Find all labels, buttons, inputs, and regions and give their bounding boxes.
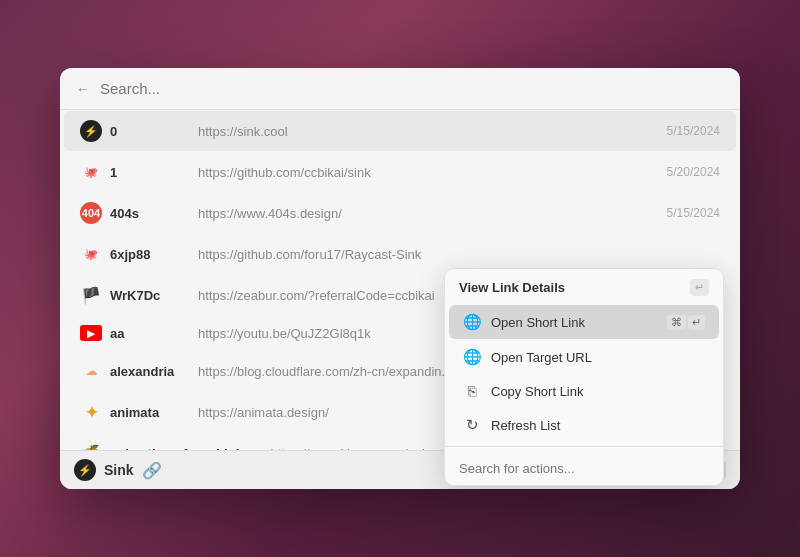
item-name: aa [110,326,190,341]
context-menu-item-refresh[interactable]: ↻ Refresh List [449,408,719,442]
open-target-label: Open Target URL [491,350,705,365]
copy-icon: ⎘ [463,383,481,399]
item-url: https://github.com/foru17/Raycast-Sink [198,247,712,262]
context-search [445,451,723,485]
item-name: animations-from-biology [110,446,262,451]
cmd-key: ⌘ [667,315,686,330]
item-name: 0 [110,124,190,139]
context-menu-item-open-target[interactable]: 🌐 Open Target URL [449,340,719,374]
list-item[interactable]: 404 404s https://www.404s.design/ 5/15/2… [64,193,736,233]
item-date: 5/15/2024 [667,124,720,138]
item-name: 404s [110,206,190,221]
enter-key: ↵ [688,315,705,330]
item-icon: 🍊 [80,442,102,450]
item-name: alexandria [110,364,190,379]
search-input[interactable] [100,80,724,97]
item-icon: ▶ [80,325,102,341]
open-target-icon: 🌐 [463,348,481,366]
link-icon: 🔗 [142,461,162,480]
refresh-icon: ↻ [463,416,481,434]
list-item[interactable]: ⚡ 0 https://sink.cool 5/15/2024 [64,111,736,151]
item-icon: 🏴 [80,284,102,306]
context-menu: View Link Details ↵ 🌐 Open Short Link ⌘ … [444,268,724,486]
open-short-icon: 🌐 [463,313,481,331]
item-name: 6xjp88 [110,247,190,262]
context-enter-kbd: ↵ [690,279,709,296]
item-url: https://www.404s.design/ [198,206,659,221]
list-item[interactable]: 🐙 1 https://github.com/ccbikai/sink 5/20… [64,152,736,192]
item-name: 1 [110,165,190,180]
app-name: Sink [104,462,134,478]
item-name: WrK7Dc [110,288,190,303]
item-icon: 🐙 [80,243,102,265]
item-icon: 🐙 [80,161,102,183]
item-icon: ✦ [80,401,102,423]
item-url: https://sink.cool [198,124,659,139]
context-menu-item-copy-short[interactable]: ⎘ Copy Short Link [449,375,719,407]
app-icon: ⚡ [74,459,96,481]
item-date: 5/20/2024 [667,165,720,179]
back-icon[interactable]: ← [76,81,90,97]
item-icon: 404 [80,202,102,224]
context-menu-item-open-short[interactable]: 🌐 Open Short Link ⌘ ↵ [449,305,719,339]
actions-search-input[interactable] [459,461,709,476]
open-short-label: Open Short Link [491,315,657,330]
item-name: animata [110,405,190,420]
item-icon: ⚡ [80,120,102,142]
copy-short-label: Copy Short Link [491,384,705,399]
main-window: ← ⚡ 0 https://sink.cool 5/15/2024 🐙 1 ht… [60,68,740,489]
item-url: https://github.com/ccbikai/sink [198,165,659,180]
context-divider [445,446,723,447]
context-menu-title: View Link Details [459,280,565,295]
context-menu-header: View Link Details ↵ [445,269,723,304]
item-icon: ☁ [80,360,102,382]
item-date: 5/15/2024 [667,206,720,220]
refresh-label: Refresh List [491,418,705,433]
open-short-kbd: ⌘ ↵ [667,315,705,330]
search-bar: ← [60,68,740,110]
